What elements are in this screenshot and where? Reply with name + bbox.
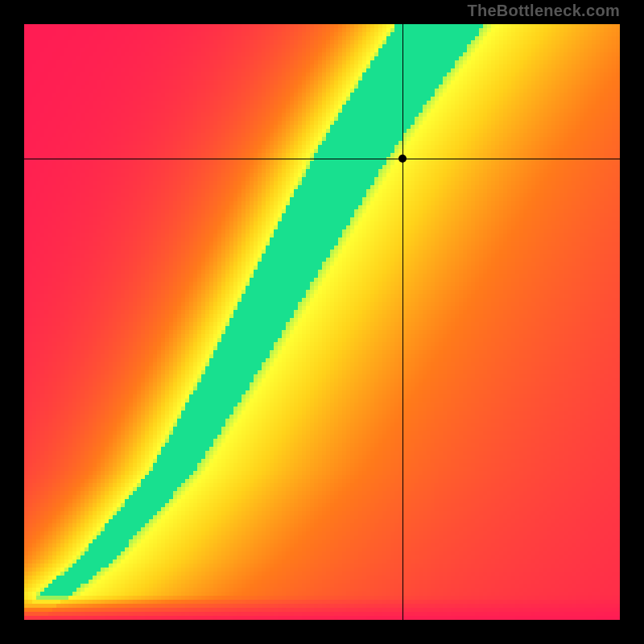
crosshair-marker	[398, 155, 407, 163]
heatmap-plot	[24, 24, 620, 620]
heatmap-canvas	[24, 24, 620, 620]
chart-frame: TheBottleneck.com	[0, 0, 644, 644]
watermark-text: TheBottleneck.com	[467, 2, 620, 20]
crosshair-vertical	[402, 24, 403, 620]
crosshair-horizontal	[24, 159, 620, 159]
